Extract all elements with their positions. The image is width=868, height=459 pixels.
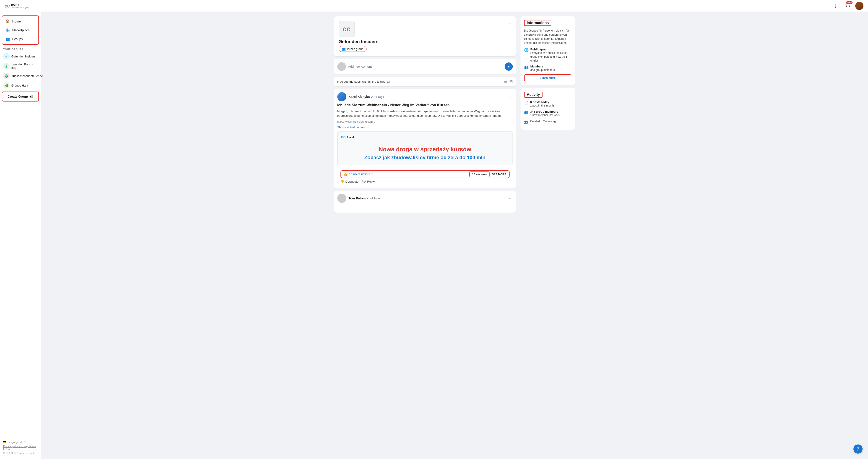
preview-cc-logo: cc [341,135,346,139]
post-footer-top-0: 👍 16 users upvote it! 10 answers SEE MOR… [340,170,509,178]
post-card-0: Karol Kieltyka ✔ • 3 Tage ··· Ich lade S… [334,89,516,188]
calendar-icon: 👥 [524,120,528,124]
marketplace-icon: 🏪 [5,28,10,32]
logo-found-text: found [11,3,29,6]
logo: cc found brain search engine [4,3,29,9]
group-avatar-3: 🌿 [3,82,9,89]
upvote-count-0: 16 users upvote it! [349,173,373,176]
main-layout: 🏠 Home 🏪 Marketplace 👥 Groups YOUR GROUP… [0,12,868,459]
language-code: de [20,441,23,444]
show-original-link-0[interactable]: Show original content [334,126,516,131]
sidebar-item-groups-label: Groups [12,37,23,41]
members-info-row: 👥 Members 343 group members [524,65,571,72]
group-options-button[interactable]: ··· [507,21,512,26]
group-name-heading: Gefunden Insiders. [339,39,512,44]
group-item-0[interactable]: cc Gefunden Insiders. [0,52,41,61]
home-icon: 🏠 [5,19,10,23]
list-icon[interactable]: ☰ [504,79,507,84]
group-item-2[interactable]: 🌍 Türkischesabenteuer.de [0,71,41,80]
reply-button-0[interactable]: 💬 Reply [362,180,375,183]
activity-created-row: 👥 Created 8 Monate ago [524,120,571,124]
reply-icon-0: 💬 [362,180,366,183]
messages-icon-button[interactable] [833,2,841,9]
informations-title: Informations [524,20,552,26]
header-right: 999+ [833,2,864,10]
group-item-3[interactable]: 🌿 Grünes Hanf [0,80,41,90]
post-time-0: • 3 Tage [374,95,384,99]
public-group-info-title: Public group [530,48,571,51]
post-footer-0: 👍 16 users upvote it! 10 answers SEE MOR… [334,168,516,188]
copyright-text: © CCFOUND sp. z o.o. sp.k. [3,452,37,455]
bee-emoji: 🐝 [29,95,33,98]
filter-icons: ☰ ⊞ [504,79,513,84]
preview-headline: Nowa droga w sprzedaży kursów [341,146,509,153]
sidebar-item-home[interactable]: 🏠 Home [2,17,38,26]
post-options-button-0[interactable]: ··· [509,94,513,99]
notifications-icon-button[interactable]: 999+ [844,2,851,9]
members-info-text: Members 343 group members [530,65,555,72]
globe-icon: 🌐 [524,48,529,52]
user-avatar[interactable] [855,2,864,10]
answers-badge-0[interactable]: 10 answers [469,171,490,177]
activity-posts-row: 📄 0 posts today 1 post in this month [524,100,571,108]
composer-avatar [337,62,346,71]
sidebar-item-home-label: Home [12,20,21,23]
downvote-button-0[interactable]: 👎 Downvote [340,180,359,183]
public-group-info-desc: Everyone can check the list of group mem… [530,51,571,62]
group-item-1[interactable]: 🫃 Lass den Bauch los. [0,61,41,71]
latest-link[interactable]: the latest [349,80,361,84]
activity-posts-text: 0 posts today 1 post in this month [530,100,554,108]
posts-today-label: 0 posts today [530,100,554,104]
eula-link[interactable]: EULA [3,448,10,450]
post-author-1: Tom Patom ✔ • 4 Tage [337,194,380,203]
new-member-label: 1 new member last week [530,113,560,117]
sidebar-item-marketplace[interactable]: 🏪 Marketplace [2,26,38,35]
post-link-0[interactable]: https://webinar1.ccfound.com... [334,120,516,126]
public-group-info-row: 🌐 Public group Everyone can check the li… [524,48,571,62]
chevron-down-icon: ▾ [24,440,26,444]
preview-subline: Zobacz jak zbudowaliśmy firmę od zera do… [341,155,509,161]
group-name-0: Gefunden Insiders. [11,55,36,58]
people-icon-activity: 👥 [524,110,528,114]
logo-text-stack: found brain search engine [11,3,29,9]
help-button[interactable]: ? [854,445,863,454]
logo-subtitle-text: brain search engine [11,6,29,9]
language-selector[interactable]: 🇩🇪 Language de ▾ [3,440,37,444]
composer-input[interactable] [348,65,502,68]
language-label: Language [8,441,19,444]
group-avatar-2: 🌍 [3,73,9,79]
privacy-link[interactable]: Privacy policy and regulations [3,445,36,448]
main-content: cc ··· Gefunden Insiders. 👥 Public group… [330,12,580,459]
grid-icon[interactable]: ⊞ [509,79,513,84]
members-count-label: 343 group members [530,110,560,113]
group-name-3: Grünes Hanf [11,84,28,87]
group-avatar-1: 🫃 [3,63,9,69]
see-more-button-0[interactable]: SEE MORE [492,173,506,176]
post-author-0: Karol Kieltyka ✔ • 3 Tage [337,92,384,101]
upvote-row-0: 👍 16 users upvote it! [344,172,373,176]
sidebar-item-marketplace-label: Marketplace [12,28,30,32]
sidebar-footer: 🇩🇪 Language de ▾ Privacy policy and regu… [0,438,41,457]
header: cc found brain search engine 999+ [0,0,868,12]
send-button[interactable]: ➤ [504,62,513,71]
sidebar-item-groups[interactable]: 👥 Groups [2,35,38,43]
public-group-badge[interactable]: 👥 Public group [339,46,367,52]
groups-icon: 👥 [5,37,10,41]
post-title-0: Ich lade Sie zum Webinar ein - Neuer Weg… [334,103,516,109]
public-badge-label: Public group [347,47,364,51]
learn-more-button[interactable]: Learn More [524,74,571,81]
post-header-1: Tom Patom ✔ • 4 Tage ··· [334,191,516,205]
group-name-1: Lass den Bauch los. [11,63,37,69]
post-options-button-1[interactable]: ··· [509,196,513,201]
answers-link[interactable]: answers [377,80,388,84]
create-group-button[interactable]: Create Group 🐝 [2,92,39,101]
downvote-icon-0: 👎 [340,180,344,183]
feed: cc ··· Gefunden Insiders. 👥 Public group… [334,17,516,455]
send-icon: ➤ [507,65,510,69]
posts-month-label: 1 post in this month [530,104,554,108]
post-author-name-1: Tom Patom ✔ • 4 Tage [349,196,380,200]
group-header-top: cc ··· [339,21,512,37]
preview-visual: Nowa droga w sprzedaży kursów Zobacz jak… [338,141,513,165]
post-body-0: Morgen, d.h. am 2. Juli um 20:00 Uhr, we… [334,109,516,120]
activity-title: Activity [524,92,543,98]
